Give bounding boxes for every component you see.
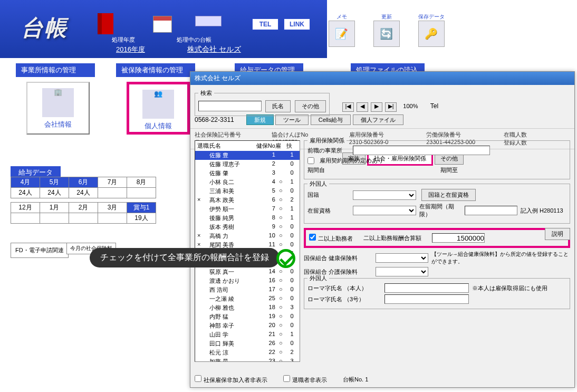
prev-office-label: 前職の事業所: [307, 147, 350, 155]
ledger-label: 処理中の台帳: [177, 36, 211, 44]
prev-office-input[interactable]: [353, 146, 490, 155]
list-row[interactable]: 佐藤 理恵子20: [195, 160, 300, 169]
list-row[interactable]: 松元 涼22○2: [195, 348, 300, 357]
kokuho-health-select[interactable]: [376, 253, 428, 263]
search-name-button[interactable]: 氏名: [265, 100, 291, 112]
app-logo: 台帳: [21, 13, 68, 43]
list-row[interactable]: 加藤 晃23○3: [195, 357, 300, 362]
hide-noninsured-checkbox[interactable]: [195, 375, 201, 382]
new-button[interactable]: 新規: [246, 114, 274, 125]
roman-3go-label: ローマ字氏名 （3号）: [307, 295, 381, 303]
list-header: 退職氏名健保No雇扶: [195, 141, 300, 151]
year-label: 処理年度: [112, 36, 135, 44]
roman-self-input[interactable]: [384, 283, 469, 293]
memo-button[interactable]: メモ📝: [327, 13, 356, 48]
nav-last-button[interactable]: ▶|: [385, 102, 397, 112]
section-insured: 被保険者情報の管理: [116, 63, 195, 77]
list-row[interactable]: 内野 猛19○0: [195, 312, 300, 321]
residence-select[interactable]: [353, 206, 416, 215]
cells-salary-button[interactable]: Cells給与: [311, 114, 351, 125]
multi-total-input[interactable]: [432, 233, 485, 243]
personal-file-button[interactable]: 個人ファイル: [353, 114, 403, 125]
kokuho-care-select[interactable]: [376, 267, 428, 276]
month-cell[interactable]: 4月: [11, 177, 40, 188]
foreigner-group: 外国人 国籍 国籍と在留資格 在留資格 在留期間（期限） 記入例 H280113: [304, 184, 570, 224]
salary-table: 4月 5月 6月 7月 8月 24人 24人 24人 12月 1月 2月 3月 …: [11, 177, 156, 224]
list-row[interactable]: 佐藤 肇30: [195, 169, 300, 178]
saved-data-button[interactable]: 保存データ🔑: [417, 13, 446, 48]
multi-work-checkbox[interactable]: [309, 234, 316, 241]
count-cell: 24人: [69, 188, 98, 198]
list-row[interactable]: ×髙木 政美6○2: [195, 196, 300, 205]
nav-buttons: |◀ ◀ ▶ ▶| 100%: [342, 102, 418, 112]
count-cell: [98, 213, 127, 224]
section-office: 事業所情報の管理: [16, 63, 95, 77]
search-input[interactable]: [198, 101, 262, 111]
list-row[interactable]: 伊勢 順一7○1: [195, 205, 300, 214]
book-icon: [98, 13, 113, 34]
month-cell[interactable]: 3月: [98, 203, 127, 213]
month-cell[interactable]: 5月: [40, 177, 69, 188]
list-row[interactable]: 後藤 純男8○1: [195, 214, 300, 223]
month-cell[interactable]: 2月: [69, 203, 98, 213]
company-link[interactable]: 株式会社 セルズ: [187, 45, 241, 54]
detail-form: 雇用保険関係 前職の事業所 雇用契約期間の定めあり 期間自期間至 外国人 国籍 …: [304, 140, 570, 366]
multi-total-label: 二以上勤務報酬合算額: [363, 234, 421, 242]
nationality-residence-button[interactable]: 国籍と在留資格: [421, 189, 476, 201]
month-cell[interactable]: 12月: [11, 203, 40, 213]
res-example: 記入例 H280113: [521, 207, 563, 215]
tab-fd-eapply[interactable]: FD・電子申請関連: [11, 243, 69, 258]
fixed-term-checkbox[interactable]: [307, 157, 314, 164]
tool-button[interactable]: ツール: [275, 114, 309, 125]
tel-button[interactable]: TEL: [252, 18, 278, 30]
dialog-title: 株式会社 セルズ: [190, 72, 574, 85]
list-row[interactable]: 小林 良二4○1: [195, 178, 300, 187]
list-row[interactable]: 神部 幸子20○0: [195, 321, 300, 330]
list-row[interactable]: 山田 学21○1: [195, 330, 300, 339]
list-row[interactable]: 坂本 秀樹9○0: [195, 223, 300, 232]
nationality-label: 国籍: [307, 191, 350, 199]
nav-next-button[interactable]: ▶: [371, 102, 382, 112]
nationality-select[interactable]: [353, 190, 416, 200]
list-row[interactable]: 田口 輝美26○0: [195, 339, 300, 348]
count-cell: 19人: [127, 213, 156, 224]
list-row[interactable]: 佐藤 豊11: [195, 151, 300, 160]
tel-label: Tel: [430, 102, 438, 110]
hide-retired-checkbox[interactable]: [283, 375, 290, 382]
residence-label: 在留資格: [307, 207, 350, 215]
list-row[interactable]: 渡邊 かおり16○0: [195, 276, 300, 285]
kokuho-health-label: 国保組合 健康保険料: [304, 254, 372, 262]
year-value[interactable]: 2016年度: [116, 45, 145, 54]
list-row[interactable]: 小柳 雅也18○3: [195, 303, 300, 312]
personal-info-dialog: 株式会社 セルズ 検索 氏名 その他 |◀ ◀ ▶ ▶| 100% Tel 05…: [190, 71, 575, 388]
nav-prev-button[interactable]: ◀: [357, 102, 368, 112]
month-cell[interactable]: 7月: [98, 177, 127, 188]
link-button[interactable]: LINK: [284, 18, 310, 30]
update-button[interactable]: 更新🔄: [372, 13, 401, 48]
list-row[interactable]: 一之瀬 綾25○0: [195, 294, 300, 303]
nav-first-button[interactable]: |◀: [342, 102, 354, 112]
list-row[interactable]: ×高橋 力10○0: [195, 232, 300, 241]
list-row[interactable]: 荻原 真一14○0: [195, 267, 300, 276]
people-icon: 👥: [142, 90, 174, 119]
search-group: 検索 氏名 その他: [195, 89, 330, 116]
calendar-icon[interactable]: [153, 16, 172, 33]
month-cell[interactable]: 8月: [127, 177, 156, 188]
zoom-percent: 100%: [403, 103, 418, 109]
arrows-icon[interactable]: [195, 16, 222, 26]
personal-info-button[interactable]: 👥 個人情報: [127, 82, 190, 135]
company-info-button[interactable]: 🏢 会社情報: [26, 82, 90, 135]
list-row[interactable]: 三浦 和美5○0: [195, 187, 300, 196]
res-period-input[interactable]: [465, 206, 517, 215]
month-cell[interactable]: 6月: [69, 177, 98, 188]
period-from-label: 期間自: [307, 166, 350, 174]
roman-3go-input[interactable]: [384, 294, 469, 304]
explain-button[interactable]: 説明: [545, 228, 570, 240]
period-to-label: 期間至: [440, 166, 483, 174]
res-period-label: 在留期間（期限）: [419, 203, 461, 218]
list-row[interactable]: 西 浩司17○0: [195, 285, 300, 294]
bonus-cell[interactable]: 賞与1: [127, 203, 156, 213]
search-other-button[interactable]: その他: [295, 100, 326, 112]
month-cell[interactable]: 1月: [40, 203, 69, 213]
employment-insurance-group: 雇用保険関係 前職の事業所 雇用契約期間の定めあり 期間自期間至: [304, 140, 570, 179]
